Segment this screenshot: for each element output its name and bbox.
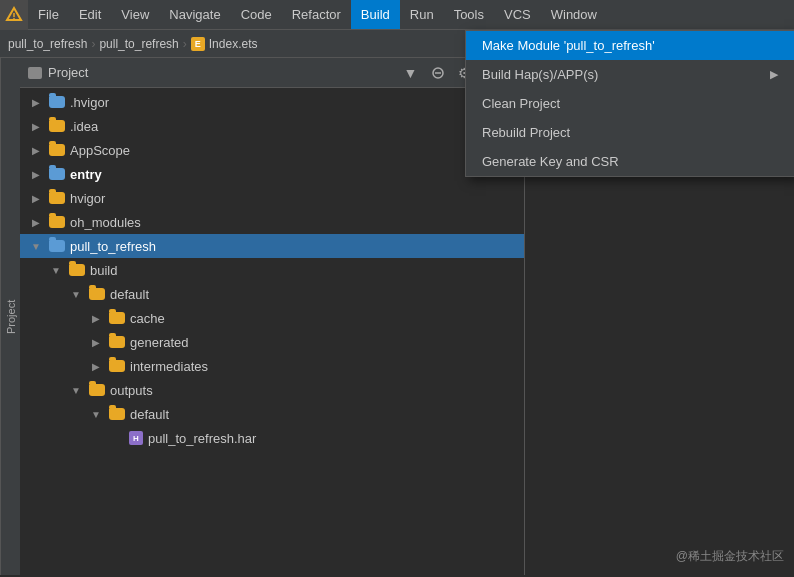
folder-icon-appscope <box>49 144 65 156</box>
menu-tools[interactable]: Tools <box>444 0 494 29</box>
menubar: File Edit View Navigate Code Refactor Bu… <box>0 0 794 30</box>
panel-dropdown-btn[interactable]: ▼ <box>399 62 421 84</box>
label-appscope: AppScope <box>70 143 130 158</box>
menu-run[interactable]: Run <box>400 0 444 29</box>
dropdown-make-module[interactable]: Make Module 'pull_to_refresh' <box>466 31 794 60</box>
panel-header-folder-icon <box>28 67 42 79</box>
build-dropdown-menu: Make Module 'pull_to_refresh' Build Hap(… <box>465 30 794 177</box>
folder-icon-pull-to-refresh <box>49 240 65 252</box>
toggle-hvigor2: ▶ <box>28 190 44 206</box>
label-hvigor2: hvigor <box>70 191 105 206</box>
folder-icon-intermediates <box>109 360 125 372</box>
dropdown-rebuild-project-label: Rebuild Project <box>482 125 570 140</box>
tree-item-har-file[interactable]: H pull_to_refresh.har <box>20 426 524 450</box>
toggle-entry: ▶ <box>28 166 44 182</box>
dropdown-generate-key[interactable]: Generate Key and CSR <box>466 147 794 176</box>
folder-icon-idea <box>49 120 65 132</box>
panel-title: Project <box>48 65 393 80</box>
folder-icon-default1 <box>89 288 105 300</box>
folder-icon-cache <box>109 312 125 324</box>
label-generated: generated <box>130 335 189 350</box>
toggle-default1: ▼ <box>68 286 84 302</box>
folder-icon-oh-modules <box>49 216 65 228</box>
toggle-pull-to-refresh: ▼ <box>28 238 44 254</box>
label-pull-to-refresh: pull_to_refresh <box>70 239 156 254</box>
tree-item-entry[interactable]: ▶ entry <box>20 162 524 186</box>
menu-view[interactable]: View <box>111 0 159 29</box>
menu-code[interactable]: Code <box>231 0 282 29</box>
breadcrumb-part-2[interactable]: pull_to_refresh <box>99 37 178 51</box>
dropdown-rebuild-project[interactable]: Rebuild Project <box>466 118 794 147</box>
project-tree: ▶ .hvigor ▶ .idea ▶ AppScope ▶ <box>20 88 524 575</box>
menu-edit[interactable]: Edit <box>69 0 111 29</box>
toggle-default2: ▼ <box>88 406 104 422</box>
breadcrumb-file-icon: E <box>191 37 205 51</box>
label-idea: .idea <box>70 119 98 134</box>
label-build: build <box>90 263 117 278</box>
toggle-outputs: ▼ <box>68 382 84 398</box>
breadcrumb-sep-1: › <box>91 37 95 51</box>
dropdown-build-hap-arrow: ▶ <box>770 68 778 81</box>
dropdown-build-hap-label: Build Hap(s)/APP(s) <box>482 67 598 82</box>
svg-point-2 <box>13 17 15 19</box>
file-icon-har: H <box>129 431 143 445</box>
menu-window[interactable]: Window <box>541 0 607 29</box>
menu-vcs[interactable]: VCS <box>494 0 541 29</box>
collapse-all-btn[interactable] <box>427 62 449 84</box>
toggle-intermediates: ▶ <box>88 358 104 374</box>
menu-file[interactable]: File <box>28 0 69 29</box>
breadcrumb-sep-2: › <box>183 37 187 51</box>
menu-build[interactable]: Build <box>351 0 400 29</box>
dropdown-generate-key-label: Generate Key and CSR <box>482 154 619 169</box>
tree-item-build[interactable]: ▼ build <box>20 258 524 282</box>
folder-icon-outputs <box>89 384 105 396</box>
label-hvigor: .hvigor <box>70 95 109 110</box>
tree-item-pull-to-refresh[interactable]: ▼ pull_to_refresh <box>20 234 524 258</box>
tree-item-oh-modules[interactable]: ▶ oh_modules <box>20 210 524 234</box>
folder-icon-hvigor <box>49 96 65 108</box>
dropdown-build-hap[interactable]: Build Hap(s)/APP(s) ▶ <box>466 60 794 89</box>
folder-icon-entry <box>49 168 65 180</box>
tree-item-default2[interactable]: ▼ default <box>20 402 524 426</box>
toggle-generated: ▶ <box>88 334 104 350</box>
folder-icon-default2 <box>109 408 125 420</box>
tree-item-hvigor[interactable]: ▶ .hvigor <box>20 90 524 114</box>
toggle-build: ▼ <box>48 262 64 278</box>
dropdown-make-module-label: Make Module 'pull_to_refresh' <box>482 38 655 53</box>
tree-item-cache[interactable]: ▶ cache <box>20 306 524 330</box>
folder-icon-hvigor2 <box>49 192 65 204</box>
breadcrumb-part-1[interactable]: pull_to_refresh <box>8 37 87 51</box>
project-panel: Project ▼ ⚙ ⋮ 1 ▶ .hvigor <box>20 58 525 575</box>
label-oh-modules: oh_modules <box>70 215 141 230</box>
tree-item-hvigor2[interactable]: ▶ hvigor <box>20 186 524 210</box>
label-entry: entry <box>70 167 102 182</box>
toggle-appscope: ▶ <box>28 142 44 158</box>
label-outputs: outputs <box>110 383 153 398</box>
tree-item-default1[interactable]: ▼ default <box>20 282 524 306</box>
menu-navigate[interactable]: Navigate <box>159 0 230 29</box>
tree-item-outputs[interactable]: ▼ outputs <box>20 378 524 402</box>
tree-item-appscope[interactable]: ▶ AppScope <box>20 138 524 162</box>
app-logo <box>0 0 28 30</box>
label-default1: default <box>110 287 149 302</box>
breadcrumb-part-3[interactable]: Index.ets <box>209 37 258 51</box>
toggle-oh-modules: ▶ <box>28 214 44 230</box>
toggle-cache: ▶ <box>88 310 104 326</box>
folder-icon-generated <box>109 336 125 348</box>
panel-header: Project ▼ ⚙ ⋮ 1 <box>20 58 524 88</box>
folder-icon-build <box>69 264 85 276</box>
dropdown-clean-project-label: Clean Project <box>482 96 560 111</box>
label-cache: cache <box>130 311 165 326</box>
dropdown-clean-project[interactable]: Clean Project <box>466 89 794 118</box>
label-intermediates: intermediates <box>130 359 208 374</box>
toggle-idea: ▶ <box>28 118 44 134</box>
watermark: @稀土掘金技术社区 <box>676 548 784 565</box>
tree-item-idea[interactable]: ▶ .idea <box>20 114 524 138</box>
toggle-hvigor: ▶ <box>28 94 44 110</box>
label-har: pull_to_refresh.har <box>148 431 256 446</box>
menu-refactor[interactable]: Refactor <box>282 0 351 29</box>
tree-item-generated[interactable]: ▶ generated <box>20 330 524 354</box>
sidebar-project-label[interactable]: Project <box>0 58 20 575</box>
label-default2: default <box>130 407 169 422</box>
tree-item-intermediates[interactable]: ▶ intermediates <box>20 354 524 378</box>
